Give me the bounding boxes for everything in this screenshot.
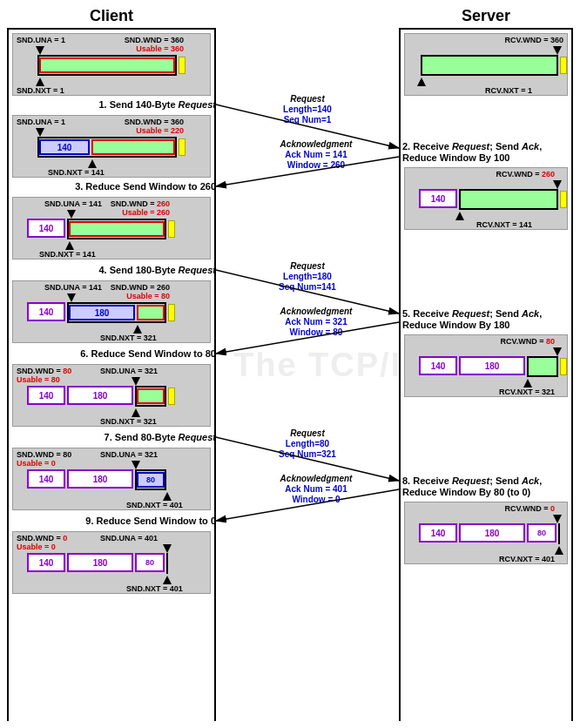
tick	[555, 546, 563, 555]
usable-box	[137, 388, 165, 404]
snd-wnd-label: SND.WND = 0	[17, 534, 67, 543]
snd-wnd-label: SND.WND = 80	[17, 450, 71, 459]
yellow-marker	[168, 220, 175, 238]
snd-nxt-label: SND.NXT = 321	[100, 417, 157, 426]
step-7-label: 7. Send 80-Byte Request	[42, 432, 216, 443]
segment-140: 140	[39, 139, 90, 155]
snd-nxt-label: SND.NXT = 401	[126, 501, 183, 509]
client-state-3: SND.UNA = 141 SND.WND = 260 Usable = 260…	[12, 197, 211, 260]
segment-180: 180	[459, 356, 525, 375]
yellow-marker	[179, 57, 185, 74]
yellow-marker	[168, 388, 175, 405]
snd-una-label: SND.UNA = 401	[100, 534, 158, 543]
rcv-wnd-tick	[553, 46, 562, 55]
step-5-label: 5. Receive Request; Send Ack, Reduce Win…	[402, 308, 573, 331]
segment-180: 180	[69, 305, 135, 320]
segment-140: 140	[27, 553, 65, 572]
snd-wnd-label: SND.WND = 360	[125, 118, 184, 126]
segment-80: 80	[137, 472, 165, 488]
server-header: Server	[399, 7, 573, 25]
rcv-nxt-label: RCV.NXT = 141	[476, 220, 532, 229]
rcv-nxt-label: RCV.NXT = 321	[499, 388, 555, 396]
window-box	[166, 553, 168, 574]
usable-label: Usable = 360	[136, 44, 184, 53]
snd-nxt-tick	[36, 78, 44, 86]
rcv-window-box	[459, 189, 558, 210]
yellow-marker	[560, 358, 567, 375]
msg-request-3: Request Length=80 Seq Num=321	[260, 428, 355, 460]
segment-180: 180	[67, 469, 133, 489]
snd-una-tick	[36, 46, 44, 55]
client-state-2: SND.UNA = 1 SND.WND = 360 Usable = 220 1…	[12, 115, 211, 178]
rcv-wnd-label: RCV.WND = 80	[501, 337, 555, 346]
usable-label: Usable = 80	[126, 292, 170, 300]
usable-label: Usable = 0	[17, 543, 56, 551]
rcv-nxt-label: RCV.NXT = 401	[499, 555, 555, 563]
client-state-5: SND.WND = 80 Usable = 80 SND.UNA = 321 1…	[12, 364, 211, 427]
usable-label: Usable = 260	[122, 208, 170, 217]
rcv-wnd-label: RCV.WND = 0	[505, 504, 555, 513]
step-1-label: 1. Send 140-Byte Request	[42, 99, 216, 111]
client-state-4: SND.UNA = 141 SND.WND = 260 Usable = 80 …	[12, 280, 211, 343]
snd-una-label: SND.UNA = 141	[44, 199, 102, 208]
server-state-1: RCV.WND = 360 RCV.NXT = 1	[404, 33, 568, 96]
usable-label: Usable = 220	[136, 126, 184, 135]
snd-nxt-label: SND.NXT = 321	[100, 334, 157, 342]
snd-una-label: SND.UNA = 141	[44, 283, 102, 292]
rcv-nxt-tick	[417, 78, 426, 86]
usable-box	[69, 221, 165, 237]
tick	[553, 180, 562, 189]
tick	[67, 210, 76, 219]
msg-request-2: Request Length=180 Seq Num=141	[260, 261, 355, 293]
step-6-label: 6. Reduce Send Window to 80	[33, 348, 216, 360]
rcv-window-box	[558, 523, 560, 544]
rcv-wnd-label: RCV.WND = 260	[496, 170, 555, 179]
yellow-marker	[560, 57, 567, 74]
msg-ack-1: Acknowledgment Ack Num = 141 Window = 26…	[260, 139, 373, 171]
snd-nxt-label: SND.NXT = 401	[126, 584, 183, 593]
step-9-label: 9. Reduce Send Window to 0	[42, 516, 216, 527]
snd-nxt-label: SND.NXT = 141	[39, 250, 96, 259]
tick	[132, 408, 140, 417]
segment-180: 180	[67, 553, 133, 572]
segment-140: 140	[419, 189, 457, 208]
snd-wnd-label: SND.WND = 260	[111, 283, 170, 292]
snd-wnd-label: SND.WND = 260	[111, 199, 170, 208]
client-state-1: SND.UNA = 1 SND.WND = 360 Usable = 360 S…	[12, 33, 211, 96]
tick	[455, 212, 464, 220]
segment-80: 80	[135, 553, 165, 572]
usable-label: Usable = 0	[17, 459, 56, 468]
client-state-6: SND.WND = 80 Usable = 0 SND.UNA = 321 14…	[12, 448, 211, 510]
snd-una-label: SND.UNA = 1	[17, 118, 65, 126]
tick	[163, 576, 172, 584]
snd-nxt-label: SND.NXT = 1	[17, 86, 64, 95]
segment-140: 140	[419, 356, 457, 375]
rcv-window-box	[527, 356, 558, 377]
tick	[67, 293, 76, 302]
yellow-marker	[168, 304, 175, 321]
snd-wnd-label: SND.WND = 360	[125, 36, 184, 44]
tick	[163, 492, 172, 501]
tick	[553, 347, 562, 356]
snd-una-label: SND.UNA = 321	[100, 450, 158, 459]
step-8-label: 8. Receive Request; Send Ack, Reduce Win…	[402, 475, 573, 498]
snd-una-label: SND.UNA = 321	[100, 367, 158, 375]
segment-180: 180	[459, 523, 525, 543]
tick	[132, 461, 140, 469]
yellow-marker	[179, 138, 185, 156]
snd-wnd-label: SND.WND = 80	[17, 367, 71, 375]
tick	[36, 128, 44, 137]
msg-ack-2: Acknowledgment Ack Num = 321 Window = 80	[260, 307, 373, 338]
tick	[132, 377, 140, 386]
rcv-window-box	[421, 55, 558, 76]
step-2-label: 2. Receive Request; Send Ack, Reduce Win…	[402, 141, 573, 164]
usable-label: Usable = 80	[17, 375, 60, 384]
msg-request-1: Request Length=140 Seq Num=1	[260, 94, 355, 125]
tick	[88, 159, 97, 168]
tcp-flow-diagram: The TCP/IP Guide Client Server SND.UNA =…	[7, 7, 573, 721]
segment-140: 140	[419, 523, 457, 543]
tick	[553, 515, 562, 523]
rcv-nxt-label: RCV.NXT = 1	[485, 86, 532, 95]
usable-box	[39, 57, 175, 73]
tick	[523, 379, 532, 388]
